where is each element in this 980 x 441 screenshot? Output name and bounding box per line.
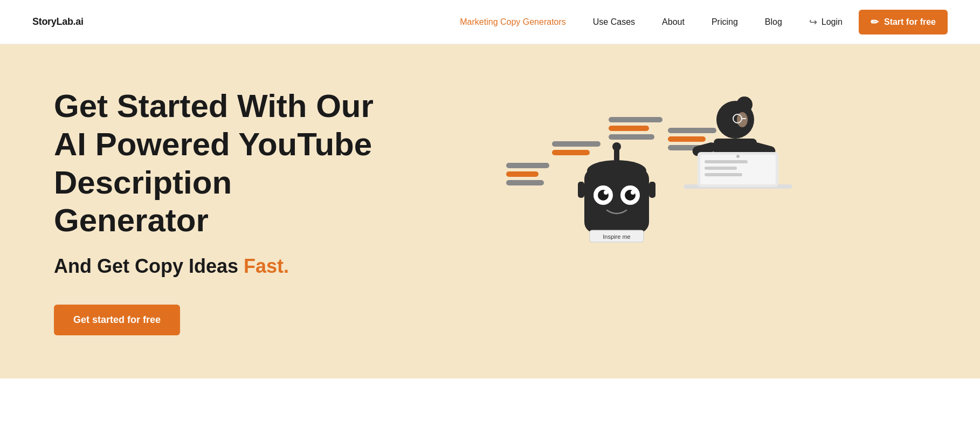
svg-rect-24 (649, 182, 655, 198)
svg-rect-0 (506, 163, 549, 168)
navbar: StoryLab.ai Marketing Copy Generators Us… (0, 0, 980, 44)
svg-rect-2 (506, 180, 544, 185)
site-logo: StoryLab.ai (32, 16, 84, 27)
svg-point-22 (631, 190, 635, 195)
nav-item-pricing[interactable]: Pricing (712, 17, 738, 27)
svg-rect-6 (609, 126, 649, 131)
svg-rect-38 (705, 160, 748, 163)
svg-rect-7 (609, 134, 654, 140)
svg-point-16 (612, 142, 621, 151)
hero-subtitle: And Get Copy Ideas Fast. (54, 255, 377, 278)
svg-rect-5 (609, 117, 662, 122)
start-for-free-button[interactable]: ✏ Start for free (859, 10, 948, 35)
hero-svg: Inspire me (490, 87, 813, 335)
svg-point-41 (736, 155, 740, 158)
svg-text:Inspire me: Inspire me (603, 233, 630, 240)
nav-item-marketing[interactable]: Marketing Copy Generators (460, 17, 566, 27)
bottom-section (0, 378, 980, 441)
svg-rect-40 (705, 173, 742, 176)
nav-link-usecases[interactable]: Use Cases (593, 17, 635, 26)
person-laptop (684, 97, 792, 189)
svg-rect-1 (506, 171, 539, 177)
login-link[interactable]: ↪ Login (809, 16, 843, 28)
login-icon: ↪ (809, 16, 817, 28)
nav-link-about[interactable]: About (662, 17, 685, 26)
hero-content: Get Started With Our AI Powered YouTube … (54, 87, 377, 335)
hero-subtitle-prefix: And Get Copy Ideas (54, 255, 244, 277)
svg-rect-8 (668, 128, 716, 133)
pencil-icon: ✏ (871, 16, 879, 28)
hero-fast-word: Fast. (244, 255, 289, 277)
svg-rect-3 (552, 141, 601, 147)
svg-rect-23 (578, 182, 584, 198)
robot: Inspire me (578, 142, 655, 242)
nav-links: Marketing Copy Generators Use Cases Abou… (460, 17, 782, 27)
nav-link-blog[interactable]: Blog (765, 17, 782, 26)
hero-section: Get Started With Our AI Powered YouTube … (0, 44, 980, 378)
nav-item-about[interactable]: About (662, 17, 685, 27)
svg-point-28 (736, 97, 753, 113)
nav-link-pricing[interactable]: Pricing (712, 17, 738, 26)
nav-item-usecases[interactable]: Use Cases (593, 17, 635, 27)
hero-illustration: Inspire me (377, 77, 926, 346)
svg-point-21 (604, 190, 608, 195)
hero-cta-button[interactable]: Get started for free (54, 305, 180, 335)
svg-rect-9 (668, 136, 706, 142)
svg-rect-4 (552, 150, 590, 155)
login-label: Login (822, 17, 843, 27)
svg-rect-39 (705, 167, 737, 170)
hero-title: Get Started With Our AI Powered YouTube … (54, 87, 377, 240)
cta-label: Start for free (884, 17, 936, 27)
nav-link-marketing[interactable]: Marketing Copy Generators (460, 17, 566, 26)
nav-item-blog[interactable]: Blog (765, 17, 782, 27)
